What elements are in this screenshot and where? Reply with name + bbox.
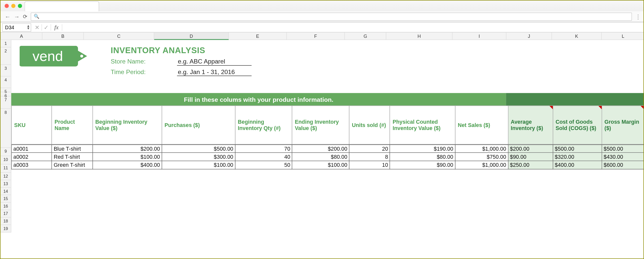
close-window-button[interactable] [5, 4, 9, 8]
table-row[interactable]: a0003Green T-shirt$400.00$100.0050$100.0… [11, 161, 644, 169]
browser-tab[interactable] [25, 1, 99, 11]
row-header[interactable]: 15 [1, 195, 11, 203]
reload-button[interactable]: ⟳ [23, 13, 27, 20]
table-cell[interactable]: a0001 [11, 145, 52, 153]
row-header[interactable]: 2 [1, 47, 11, 65]
table-cell[interactable]: $100.00 [292, 161, 349, 169]
column-header[interactable]: H [386, 33, 453, 40]
spreadsheet-grid[interactable]: vend INVENTORY ANALYSIS Store Name: e.g.… [11, 40, 644, 232]
table-cell[interactable]: a0003 [11, 161, 52, 169]
table-cell[interactable]: $600.00 [602, 161, 644, 169]
forward-button[interactable]: → [14, 13, 20, 20]
browser-menu-button[interactable]: ⋮ [635, 13, 640, 20]
name-box[interactable]: D34 ▲▼ [2, 23, 31, 31]
table-cell[interactable]: $300.00 [162, 153, 235, 161]
table-cell[interactable]: $430.00 [602, 153, 644, 161]
formula-input[interactable] [62, 22, 644, 32]
column-header[interactable]: C [84, 33, 154, 40]
row-header[interactable]: 6 [1, 92, 11, 96]
table-row[interactable]: a0001Blue T-shirt$200.00$500.0070$200.00… [11, 145, 644, 153]
table-header[interactable]: Purchases ($) [162, 106, 235, 145]
table-cell[interactable]: $400.00 [553, 161, 602, 169]
table-cell[interactable]: $80.00 [390, 153, 455, 161]
table-header[interactable]: Average Inventory ($) [508, 106, 553, 145]
row-header[interactable]: 11 [1, 165, 11, 173]
tab-bar [1, 1, 644, 11]
table-header[interactable]: Beginning Inventory Value ($) [93, 106, 162, 145]
table-cell[interactable]: $500.00 [602, 145, 644, 153]
row-header[interactable]: 4 [1, 76, 11, 88]
url-input[interactable]: 🔍 [31, 12, 632, 21]
table-cell[interactable]: $200.00 [292, 145, 349, 153]
table-cell[interactable]: $500.00 [553, 145, 602, 153]
row-header[interactable]: 18 [1, 217, 11, 225]
table-cell[interactable]: 40 [235, 153, 292, 161]
table-cell[interactable]: Red T-shirt [52, 153, 93, 161]
time-period-value[interactable]: e.g. Jan 1 - 31, 2016 [177, 68, 252, 76]
table-header[interactable]: Gross Margin ($) [602, 106, 644, 145]
table-header[interactable]: Product Name [52, 106, 93, 145]
table-cell[interactable]: 8 [349, 153, 390, 161]
column-header[interactable]: A [1, 33, 43, 40]
row-header[interactable]: 13 [1, 180, 11, 188]
maximize-window-button[interactable] [18, 4, 22, 8]
table-header[interactable]: Units sold (#) [349, 106, 390, 145]
column-header[interactable]: F [287, 33, 345, 40]
row-header[interactable]: 10 [1, 156, 11, 165]
table-cell[interactable]: $100.00 [93, 153, 162, 161]
table-header[interactable]: Physical Counted Inventory Value ($) [390, 106, 455, 145]
table-cell[interactable]: 10 [349, 161, 390, 169]
cancel-formula-button[interactable]: ✕ [33, 24, 42, 30]
table-cell[interactable]: $250.00 [508, 161, 553, 169]
table-cell[interactable]: $200.00 [508, 145, 553, 153]
table-cell[interactable]: $400.00 [93, 161, 162, 169]
table-header[interactable]: SKU [11, 106, 52, 145]
column-header[interactable]: D [154, 33, 229, 40]
table-cell[interactable]: $1,000.00 [455, 145, 508, 153]
table-cell[interactable]: $100.00 [162, 161, 235, 169]
back-button[interactable]: ← [5, 13, 10, 20]
table-header[interactable]: Beginning Inventory Qty (#) [235, 106, 292, 145]
column-header[interactable]: G [345, 33, 386, 40]
column-header[interactable]: I [453, 33, 506, 40]
column-header[interactable]: B [42, 33, 84, 40]
table-cell[interactable]: $500.00 [162, 145, 235, 153]
table-cell[interactable]: $90.00 [508, 153, 553, 161]
column-header[interactable]: J [506, 33, 552, 40]
table-cell[interactable]: $90.00 [390, 161, 455, 169]
table-cell[interactable]: $1,000.00 [455, 161, 508, 169]
table-cell[interactable]: Blue T-shirt [52, 145, 93, 153]
row-header[interactable]: 5 [1, 88, 11, 92]
table-cell[interactable]: 50 [235, 161, 292, 169]
instruction-banner: Fill in these colums with your product i… [11, 93, 644, 105]
row-header[interactable]: 8 [1, 109, 11, 148]
table-row[interactable]: a0002Red T-shirt$100.00$300.0040$80.008$… [11, 153, 644, 161]
table-header[interactable]: Net Sales ($) [455, 106, 508, 145]
row-header[interactable]: 16 [1, 203, 11, 210]
table-cell[interactable]: $750.00 [455, 153, 508, 161]
row-header[interactable]: 3 [1, 65, 11, 76]
minimize-window-button[interactable] [11, 4, 15, 8]
row-header[interactable]: 19 [1, 225, 11, 233]
column-header[interactable]: K [552, 33, 602, 40]
column-header[interactable]: E [229, 33, 287, 40]
table-cell[interactable]: $190.00 [390, 145, 455, 153]
table-cell[interactable]: 70 [235, 145, 292, 153]
column-header[interactable]: L [602, 33, 644, 40]
table-cell[interactable]: $200.00 [93, 145, 162, 153]
table-header[interactable]: Cost of Goods Sold (COGS) ($) [553, 106, 602, 145]
row-header[interactable]: 1 [1, 40, 11, 47]
accept-formula-button[interactable]: ✓ [42, 24, 51, 30]
row-header[interactable]: 12 [1, 173, 11, 180]
table-cell[interactable]: a0002 [11, 153, 52, 161]
row-header[interactable]: 14 [1, 188, 11, 195]
row-header[interactable]: 17 [1, 210, 11, 218]
table-cell[interactable]: 20 [349, 145, 390, 153]
table-cell[interactable]: Green T-shirt [52, 161, 93, 169]
table-cell[interactable]: $80.00 [292, 153, 349, 161]
row-header[interactable]: 7 [1, 96, 11, 109]
store-name-value[interactable]: e.g. ABC Apparel [177, 58, 252, 66]
table-cell[interactable]: $320.00 [553, 153, 602, 161]
row-header[interactable]: 9 [1, 148, 11, 156]
table-header[interactable]: Ending Inventory Value ($) [292, 106, 349, 145]
